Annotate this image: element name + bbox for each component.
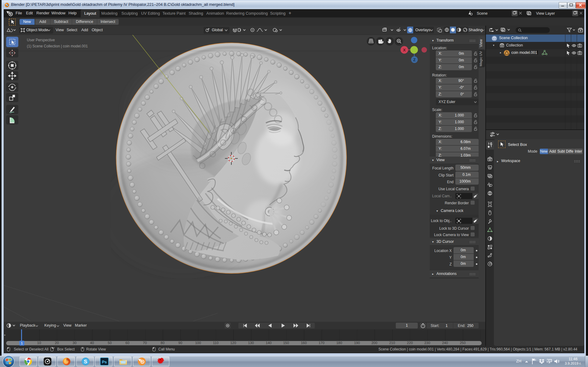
svg-text:Ps: Ps [102, 360, 107, 364]
svg-text:S: S [84, 359, 87, 365]
svg-text:X: X [403, 48, 406, 52]
svg-text:Z: Z [413, 57, 416, 62]
